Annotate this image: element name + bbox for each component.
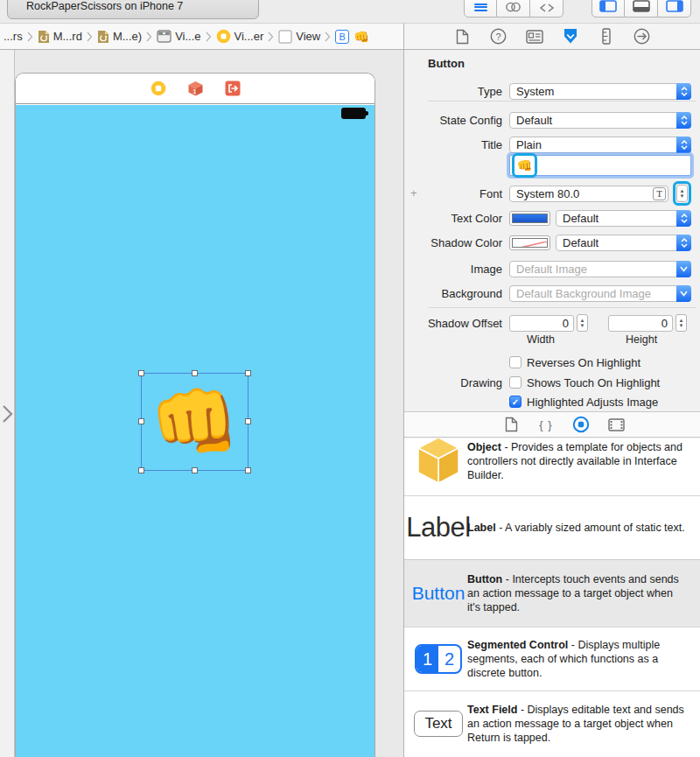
chevron-down-icon [676,285,691,302]
scheme-status-text: RockPaperScissors on iPhone 7 [26,0,183,12]
background-row: Background Default Background Image [411,284,691,302]
svg-text:1: 1 [192,88,197,95]
highlighted-adjusts-image-label: Highlighted Adjusts Image [527,396,658,409]
type-popup[interactable]: System [509,83,691,100]
standard-editor-button[interactable] [464,0,497,18]
library-item-text-field[interactable]: Text Text Field - Displays editable text… [404,691,700,756]
shadow-color-row: Shadow Color Default [411,234,691,251]
library-item-label[interactable]: Label Label - A variably sized amount of… [404,496,700,560]
image-combo[interactable]: Default Image [509,261,691,277]
width-stepper[interactable]: ▲▼ [577,314,588,332]
code-snippet-library-tab[interactable]: { } [537,416,555,433]
expand-outline-chevron-icon[interactable] [2,404,13,427]
ruler-icon [602,28,611,45]
library-item-name: Button [467,573,502,585]
shows-touch-on-highlight-label: Shows Touch On Highlight [527,376,660,389]
jumpbar-item-storyboard[interactable]: M...rd [38,30,82,44]
debug-area-toggle-button[interactable] [625,0,658,18]
state-config-row: State Config Default [411,111,691,129]
shadow-offset-height-field[interactable]: 0 [608,315,673,332]
resize-handle[interactable] [138,467,144,473]
reverses-on-highlight-label: Reverses On Highlight [527,356,640,369]
text-color-popup[interactable]: Default [556,210,691,227]
font-picker-t-icon[interactable]: T [653,187,666,200]
svg-text:?: ? [495,32,500,42]
resize-handle[interactable] [245,370,251,376]
chevron-right-icon [268,32,274,42]
inspector-tab-bar: ? [403,24,700,49]
shadow-color-well[interactable] [509,235,550,250]
resize-handle[interactable] [138,418,144,424]
library-item-name: Label [467,522,496,534]
tutorial-highlight-box: ▲ ▼ [673,181,691,206]
resize-handle[interactable] [192,467,198,473]
resize-handle[interactable] [245,467,251,473]
exit-icon[interactable] [225,81,241,96]
background-label: Background [411,287,502,300]
view-icon [278,30,292,44]
version-editor-button[interactable] [530,0,564,18]
jumpbar-item-view-controller[interactable]: Vi...er [216,29,264,44]
type-label: Type [411,85,502,98]
checkbox-shows-touch-on-highlight[interactable]: ✓ [509,376,522,389]
inspector-section-title: Button [428,57,465,70]
text-color-row: Text Color Default [411,209,691,227]
state-config-popup[interactable]: Default [509,112,691,129]
navigator-toggle-button[interactable] [592,0,625,18]
title-text-row: 👊 [411,154,691,177]
file-template-library-tab[interactable] [502,416,520,433]
font-row: + Font System 80.0 T ▲ ▼ [411,185,691,202]
library-item-button[interactable]: Button Button - Intercepts touch events … [404,559,700,627]
height-stepper[interactable]: ▲▼ [676,314,687,332]
library-item-name: Text Field [467,704,517,716]
quick-help-inspector-tab[interactable]: ? [490,28,508,46]
checkbox-highlighted-adjusts-image[interactable]: ✓ [509,396,522,408]
resize-handle[interactable] [192,370,198,376]
button-title-emoji: 👊 [354,30,368,44]
scene-dock: 1 [16,74,374,104]
width-label: Width [527,333,555,346]
assistant-editor-icon [505,2,522,12]
connections-inspector-tab[interactable] [634,28,651,46]
jumpbar-item-button[interactable]: B 👊 [335,30,368,44]
jumpbar-item-view[interactable]: View [278,30,320,44]
text-field-icon: Text [414,711,463,737]
library-item-segmented-control[interactable]: 1 2 Segmented Control - Displays multipl… [404,627,700,691]
title-text-field[interactable]: 👊 [509,155,691,176]
jumpbar-item-scene[interactable]: Vi...e [157,30,200,43]
text-color-well[interactable] [509,211,550,226]
question-mark-icon: ? [490,28,507,45]
size-inspector-tab[interactable] [598,28,615,46]
button-text-icon: Button [412,583,466,604]
title-popup[interactable]: Plain [509,137,691,153]
resize-handle[interactable] [245,418,251,424]
shadow-offset-width-field[interactable]: 0 [509,315,574,332]
file-inspector-tab[interactable] [454,28,472,46]
jumpbar-item-storyboard-base[interactable]: M...e) [97,30,142,44]
media-library-tab[interactable] [607,416,625,433]
checkbox-reverses-on-highlight[interactable]: ✓ [509,356,522,368]
library-item-object[interactable]: Object - Provides a template for objects… [404,438,700,496]
shadow-color-popup[interactable]: Default [556,235,691,251]
jumpbar-item-project[interactable]: ...rs [4,30,23,43]
view-controller-proxy-icon[interactable] [150,81,166,96]
debug-panel-icon [633,0,650,12]
version-editor-icon [539,4,555,12]
identity-inspector-tab[interactable] [526,28,543,46]
font-field[interactable]: System 80.0 T [509,186,668,202]
object-library-tab[interactable] [572,416,590,433]
plus-icon[interactable]: + [410,186,417,200]
background-combo[interactable]: Default Background Image [509,285,691,302]
chevron-up-down-icon [676,235,691,251]
toolbar: RockPaperScissors on iPhone 7 [0,0,700,24]
utilities-toggle-button[interactable] [658,0,691,18]
first-responder-cube-icon[interactable]: 1 [187,81,204,97]
attributes-inspector-tab[interactable] [562,28,579,46]
resize-handle[interactable] [138,370,144,376]
attributes-down-arrow-icon [562,28,579,45]
selected-button[interactable]: 👊 [141,373,248,471]
scheme-status-display[interactable]: RockPaperScissors on iPhone 7 [7,0,259,19]
root-view[interactable]: 👊 [16,105,374,757]
assistant-editor-button[interactable] [497,0,530,18]
font-size-stepper[interactable]: ▲ ▼ [676,185,688,202]
